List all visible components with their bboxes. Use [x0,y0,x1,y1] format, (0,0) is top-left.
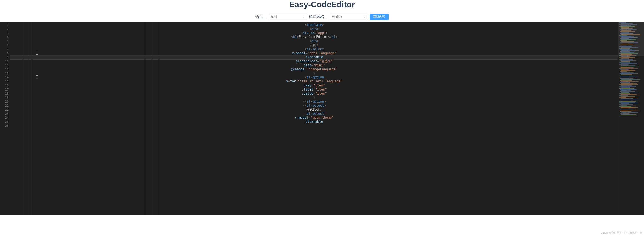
line-number: 21 [0,104,8,108]
code-line[interactable]: <el-select [10,47,618,51]
language-label: 语言： [255,14,267,19]
line-number: 3 [0,31,8,35]
get-content-button[interactable]: 获取内容 [370,13,389,20]
app-container: Easy-CodeEditor 语言： html ⌄ 样式风格： vs-dark… [0,0,644,215]
minimap-line [620,63,634,63]
code-line[interactable]: size="mini" [10,63,618,67]
code-line[interactable]: <div> [10,39,618,43]
line-number: 19 [0,96,8,100]
code-line[interactable]: :value="item" [10,92,618,96]
code-line[interactable]: v-model="opts.theme" [10,116,618,120]
theme-select[interactable]: vs-dark ⌄ [330,13,368,20]
code-line[interactable]: clearable [10,120,618,124]
theme-label: 样式风格： [309,14,328,19]
line-number: 16 [0,84,8,88]
line-number: 17 [0,88,8,92]
line-number: 12 [0,67,8,71]
code-line[interactable]: 样式风格： [10,108,618,112]
line-number: 26 [0,124,8,128]
code-line[interactable]: v-model="opts.language" [10,51,618,55]
minimap-line [621,64,628,64]
minimap-line [621,79,640,80]
line-number: 18 [0,92,8,96]
code-line[interactable]: > [10,96,618,100]
line-number: 7 [0,47,8,51]
code-line[interactable]: <div> [10,27,618,31]
minimap[interactable] [618,22,644,215]
code-line[interactable]: </el-option> [10,100,618,104]
line-number: 8 [0,51,8,55]
controls-row: 语言： html ⌄ 样式风格： vs-dark ⌄ 获取内容 [0,12,644,22]
minimap-line [620,65,632,65]
line-number: 15 [0,79,8,84]
line-number: 5 [0,39,8,43]
code-line[interactable]: @change="changeLanguage" [10,67,618,71]
code-line[interactable]: <template> [10,23,618,27]
code-line[interactable]: v-for="item in sets.language" [10,79,618,84]
minimap-line [621,97,638,97]
code-line[interactable]: <el-select [10,112,618,116]
line-number: 11 [0,63,8,67]
line-number: 1 [0,23,8,27]
code-line[interactable]: :label="item" [10,88,618,92]
minimap-line [620,80,632,81]
minimap-line [620,113,630,114]
code-line[interactable]: </el-select> [10,104,618,108]
code-line[interactable]: clearable [10,55,618,59]
code-line[interactable]: <h1>Easy-CodeEditor</h1> [10,35,618,39]
code-area[interactable]: <template><div><div id="app"><h1>Easy-Co… [10,22,618,215]
code-line[interactable]: :key="item" [10,84,618,88]
theme-select-value: vs-dark [332,15,342,18]
code-line[interactable]: 语言： [10,43,618,47]
code-editor[interactable]: 1234567891011121314151617181920212223242… [0,22,644,215]
line-number: 2 [0,27,8,31]
line-number: 24 [0,116,8,120]
chevron-down-icon: ⌄ [364,15,366,18]
line-number: 20 [0,100,8,104]
line-number: 10 [0,59,8,63]
minimap-line [621,99,637,99]
line-number: 22 [0,108,8,112]
line-number: 9 [0,55,8,59]
code-line[interactable]: placeholder="请选择" [10,59,618,63]
chevron-down-icon: ⌄ [302,15,304,18]
line-number: 14 [0,75,8,79]
minimap-line [620,100,628,100]
minimap-line [620,98,630,98]
line-number: 23 [0,112,8,116]
minimap-line [620,82,630,83]
line-number: 25 [0,120,8,124]
code-line[interactable]: <div id="app"> [10,31,618,35]
line-number: 13 [0,71,8,76]
page-title: Easy-CodeEditor [0,0,644,12]
line-gutter: 1234567891011121314151617181920212223242… [0,22,10,215]
language-select-value: html [271,15,277,18]
minimap-viewport[interactable] [618,22,644,56]
minimap-line [619,115,637,116]
line-number: 6 [0,43,8,47]
minimap-line [621,114,636,115]
minimap-line [621,81,639,82]
language-select[interactable]: html ⌄ [269,13,307,20]
code-line[interactable]: > [10,71,618,76]
line-number: 4 [0,35,8,39]
code-line[interactable]: <el-option [10,75,618,79]
minimap-line [621,66,639,66]
